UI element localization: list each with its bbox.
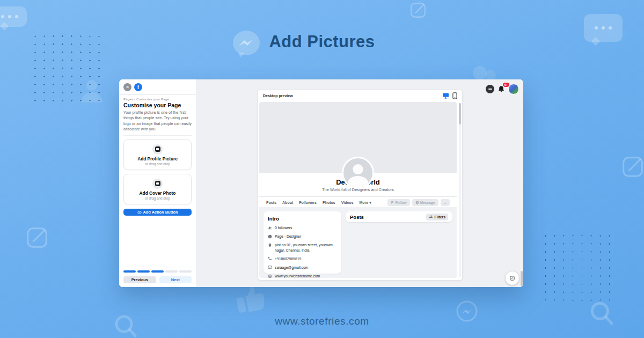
- tab-videos[interactable]: Videos: [341, 201, 354, 204]
- storefries-app-window: ✕ f Pages - Customise your Page Customis…: [119, 79, 523, 287]
- wizard-description: Your profile picture is one of the first…: [123, 110, 192, 136]
- desktop-preview-card: Desktop preview: [258, 89, 463, 281]
- notification-badge: 9+: [502, 82, 510, 87]
- breadcrumb: Pages - Customise your Page: [123, 98, 192, 101]
- location-icon: [268, 243, 272, 247]
- panel-header: ✕ f: [119, 79, 196, 95]
- edit-fab-button[interactable]: [506, 271, 519, 285]
- follow-button[interactable]: Follow: [387, 199, 410, 206]
- close-icon: ✕: [126, 85, 129, 90]
- edit-ghost-icon: [620, 155, 644, 179]
- intro-item: Page - Designer: [268, 234, 337, 239]
- user-avatar[interactable]: [508, 84, 519, 94]
- intro-title: Intro: [268, 216, 337, 222]
- messenger-icon: [415, 201, 419, 204]
- upload-hint: or drag and drop: [145, 162, 170, 166]
- follow-icon: [391, 201, 394, 204]
- progress-segment: [165, 270, 178, 273]
- phone-icon: [268, 256, 272, 261]
- window-scrollbar[interactable]: [520, 79, 523, 287]
- preview-area: 9+ Desktop preview: [196, 79, 523, 287]
- image-upload-icon: [152, 179, 163, 189]
- wizard-footer: Previous Next: [119, 267, 196, 287]
- posts-title: Posts: [350, 214, 364, 220]
- filters-button[interactable]: Filters: [426, 214, 448, 221]
- edit-ghost-icon: [25, 225, 49, 250]
- progress-segment: [179, 270, 192, 273]
- tab-followers[interactable]: Followers: [299, 201, 317, 204]
- ellipsis-icon: ...: [444, 201, 447, 204]
- message-button[interactable]: Message: [412, 199, 438, 206]
- upload-label: Add Profile Picture: [137, 156, 178, 161]
- intro-item: 0 followers: [268, 225, 337, 230]
- progress-bar: [123, 270, 192, 273]
- footer-url: www.storefries.com: [0, 315, 644, 327]
- intro-item: www.yourwebsitename.com: [268, 274, 337, 278]
- image-upload-icon: [152, 144, 163, 155]
- website-icon: [268, 274, 272, 278]
- add-profile-picture-dropzone[interactable]: Add Profile Picture or drag and drop: [123, 139, 192, 170]
- close-button[interactable]: ✕: [123, 83, 131, 91]
- desktop-icon[interactable]: [442, 93, 449, 99]
- more-options-button[interactable]: ...: [441, 199, 450, 206]
- tab-more[interactable]: More ▾: [360, 201, 371, 205]
- upload-hint: or drag and drop: [145, 196, 170, 200]
- facebook-page-preview: Design world The World full of Designers…: [259, 102, 457, 278]
- tab-photos[interactable]: Photos: [323, 201, 335, 204]
- progress-segment: [151, 270, 164, 273]
- tab-posts[interactable]: Posts: [266, 201, 276, 204]
- next-button[interactable]: Next: [159, 276, 192, 283]
- email-icon: [268, 265, 272, 269]
- previous-button[interactable]: Previous: [123, 276, 156, 283]
- filters-icon: [429, 215, 433, 219]
- preview-mode-label: Desktop preview: [263, 94, 293, 98]
- progress-segment: [123, 270, 136, 273]
- tab-about[interactable]: About: [282, 201, 293, 204]
- upload-label: Add Cover Photo: [140, 190, 176, 196]
- edit-icon: [509, 275, 515, 281]
- preview-scrollbar[interactable]: [459, 103, 461, 277]
- chat-bubble-ghost: [0, 6, 27, 27]
- profile-picture-placeholder: [342, 157, 374, 189]
- info-icon: [268, 234, 272, 239]
- page-title: Add Pictures: [269, 32, 375, 51]
- facebook-logo-icon: f: [134, 83, 142, 91]
- dot-grid-decoration: [541, 232, 614, 300]
- intro-card: Intro 0 followers: [264, 211, 341, 274]
- chat-icon[interactable]: [486, 85, 494, 93]
- progress-segment: [137, 270, 150, 273]
- customise-page-panel: ✕ f Pages - Customise your Page Customis…: [119, 79, 196, 287]
- facebook-tabs: Posts About Followers Photos Videos More…: [259, 196, 457, 208]
- button-icon: [137, 210, 142, 215]
- person-ghost-icon: [77, 77, 105, 105]
- add-action-button[interactable]: Add Action Button: [123, 209, 192, 216]
- intro-item: plot no 01, yourown street, yourown naga…: [268, 243, 337, 252]
- notifications-button[interactable]: 9+: [497, 85, 506, 93]
- followers-icon: [268, 226, 272, 230]
- intro-item: +918682585819: [268, 256, 337, 261]
- mobile-icon[interactable]: [452, 92, 457, 99]
- posts-section-header: Posts Filters: [346, 211, 452, 222]
- wizard-heading: Customise your Page: [123, 102, 192, 108]
- intro-item: saraage@gmail.com: [268, 265, 337, 270]
- cover-photo-placeholder: [259, 102, 457, 173]
- edit-ghost-icon: [409, 1, 427, 19]
- add-cover-photo-dropzone[interactable]: Add Cover Photo or drag and drop: [123, 174, 192, 204]
